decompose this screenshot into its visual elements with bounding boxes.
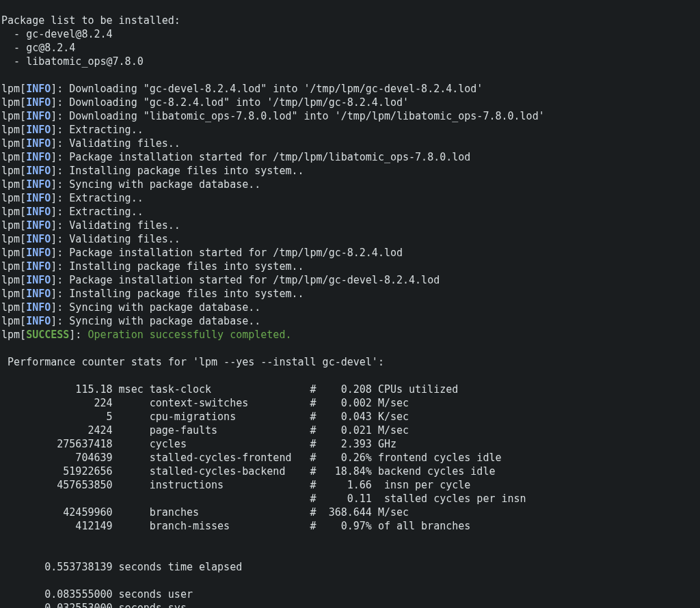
info-tag: INFO — [26, 219, 51, 232]
info-tag: INFO — [26, 110, 51, 122]
pkg-item: - gc-devel@8.2.4 — [1, 28, 113, 40]
log-line: lpm[INFO]: Downloading "gc-devel-8.2.4.l… — [1, 83, 483, 95]
log-line: lpm[INFO]: Validating files.. — [1, 233, 180, 245]
success-tag: SUCCESS — [26, 329, 69, 341]
log-line-success: lpm[SUCCESS]: Operation successfully com… — [1, 329, 291, 341]
log-line: lpm[INFO]: Installing package files into… — [1, 260, 304, 273]
info-tag: INFO — [26, 192, 51, 204]
info-tag: INFO — [26, 165, 51, 177]
info-tag: INFO — [26, 96, 51, 109]
log-line: lpm[INFO]: Syncing with package database… — [1, 178, 260, 191]
info-tag: INFO — [26, 301, 51, 314]
info-tag: INFO — [26, 260, 51, 273]
info-tag: INFO — [26, 274, 51, 286]
pkg-item: - gc@8.2.4 — [1, 42, 75, 54]
log-line: lpm[INFO]: Installing package files into… — [1, 288, 304, 300]
info-tag: INFO — [26, 247, 51, 259]
perf-summary: 0.553738139 seconds time elapsed 0.08355… — [1, 561, 242, 608]
log-line: lpm[INFO]: Package installation started … — [1, 247, 403, 259]
log-line: lpm[INFO]: Validating files.. — [1, 137, 180, 150]
info-tag: INFO — [26, 83, 51, 95]
log-line: lpm[INFO]: Downloading "libatomic_ops-7.… — [1, 110, 545, 122]
log-line: lpm[INFO]: Installing package files into… — [1, 165, 304, 177]
log-line: lpm[INFO]: Syncing with package database… — [1, 315, 260, 327]
log-line: lpm[INFO]: Extracting.. — [1, 206, 144, 218]
info-tag: INFO — [26, 233, 51, 245]
info-tag: INFO — [26, 315, 51, 327]
log-line: lpm[INFO]: Extracting.. — [1, 192, 144, 204]
log-line: lpm[INFO]: Package installation started … — [1, 274, 440, 286]
log-line: lpm[INFO]: Package installation started … — [1, 151, 470, 163]
pkg-item: - libatomic_ops@7.8.0 — [1, 55, 144, 68]
log-line: lpm[INFO]: Validating files.. — [1, 219, 180, 232]
info-tag: INFO — [26, 137, 51, 150]
info-tag: INFO — [26, 151, 51, 163]
info-tag: INFO — [26, 124, 51, 136]
success-msg: Operation successfully completed. — [88, 329, 291, 341]
pkg-header: Package list to be installed: — [1, 14, 180, 27]
perf-header: Performance counter stats for 'lpm --yes… — [1, 356, 384, 368]
info-tag: INFO — [26, 288, 51, 300]
perf-stats: 115.18 msec task-clock # 0.208 CPUs util… — [1, 383, 526, 532]
terminal-output: Package list to be installed: - gc-devel… — [0, 0, 700, 608]
log-line: lpm[INFO]: Syncing with package database… — [1, 301, 260, 314]
log-line: lpm[INFO]: Downloading "gc-8.2.4.lod" in… — [1, 96, 409, 109]
info-tag: INFO — [26, 178, 51, 191]
info-tag: INFO — [26, 206, 51, 218]
log-line: lpm[INFO]: Extracting.. — [1, 124, 144, 136]
